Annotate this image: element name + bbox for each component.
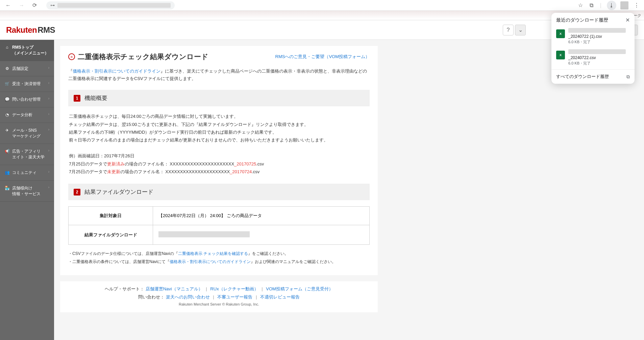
home-icon: ⌂	[5, 45, 9, 50]
chevron-right-icon: ›	[48, 128, 49, 131]
page-title-icon	[68, 53, 75, 60]
logo[interactable]: RakutenRMS	[6, 25, 55, 35]
chevron-right-icon: ›	[48, 81, 49, 85]
divider: |	[599, 1, 603, 10]
chevron-right-icon: ›	[48, 170, 49, 174]
url-redacted	[57, 3, 171, 8]
sidebar-item-community[interactable]: 👥 コミュニティ ›	[0, 165, 54, 181]
intro-text: 『価格表示・割引表示についてのガイドライン』に基づき、楽天にてチェックした商品ペ…	[68, 68, 370, 82]
site-info-icon[interactable]: ⊶	[50, 3, 55, 8]
app-header: RakutenRMS ? ⌄ ⌄	[0, 20, 644, 40]
close-icon[interactable]: ✕	[625, 17, 630, 23]
sidebar-item-label: 問い合わせ管理	[12, 97, 46, 102]
section-header-1: 1 機能概要	[68, 90, 370, 106]
footer-help-vom[interactable]: VOM投稿フォーム（ご意見受付）	[266, 286, 333, 291]
help-button[interactable]: ?	[503, 25, 514, 35]
external-link-icon: ⧉	[626, 74, 630, 80]
chevron-right-icon: ›	[48, 66, 49, 70]
downloads-icon[interactable]: ⭳	[607, 1, 616, 10]
downloads-popup-header: 最近のダウンロード履歴 ✕	[551, 13, 635, 27]
header-dropdown-button[interactable]: ⌄	[515, 25, 526, 35]
sidebar-item-marketing[interactable]: ✈ メール・SNS マーケティング ›	[0, 123, 54, 144]
sidebar-item-analytics[interactable]: ◔ データ分析 ›	[0, 107, 54, 123]
sidebar-item-top[interactable]: ⌂ RMSトップ （メインメニュー）	[0, 40, 54, 61]
section-number: 2	[74, 189, 80, 195]
download-link-redacted[interactable]	[158, 231, 250, 237]
section-header-2: 2 結果ファイルダウンロード	[68, 184, 370, 200]
browser-toolbar: ← → ⟳ ⊶ ☆ ⧉ | ⭳ ⋮	[0, 0, 644, 11]
chat-icon: 💬	[5, 97, 9, 102]
notes: ・CSVファイルのデータ仕様については、店舗運営Naviの『二重価格表示 チェッ…	[68, 250, 370, 266]
menu-icon[interactable]: ⋮	[633, 1, 641, 10]
download-meta: 6.0 KB・完了	[568, 40, 630, 45]
table-header-download: 結果ファイルダウンロード	[69, 225, 153, 245]
main-content: 二重価格表示チェック結果ダウンロード RMSへのご意見・ご要望（VOM投稿フォー…	[54, 40, 644, 340]
csv-spec-link[interactable]: 二重価格表示 チェック結果を確認する	[178, 251, 248, 256]
table-row: 結果ファイルダウンロード	[69, 225, 370, 245]
downloads-popup: 最近のダウンロード履歴 ✕ X _20240722 (1).csv 6.0 KB…	[551, 13, 635, 84]
table-row: 集計対象日 【2024年07月22日（月） 24:00】 ごろの商品データ	[69, 207, 370, 225]
download-item[interactable]: X _20240722 (1).csv 6.0 KB・完了	[551, 27, 635, 48]
content-card: 二重価格表示チェック結果ダウンロード RMSへのご意見・ご要望（VOM投稿フォー…	[60, 46, 378, 275]
footer-help-navi[interactable]: 店舗運営Navi（マニュアル）	[146, 286, 203, 291]
store-icon: 🏪	[5, 186, 9, 190]
sidebar-item-store-info[interactable]: 🏪 店舗様向け 情報・サービス ›	[0, 181, 54, 202]
sidebar-item-label: 受注・決済管理	[12, 81, 46, 87]
results-table: 集計対象日 【2024年07月22日（月） 24:00】 ごろの商品データ 結果…	[68, 206, 370, 245]
sidebar-item-orders[interactable]: 🛒 受注・決済管理 ›	[0, 76, 54, 92]
download-meta: 6.0 KB・完了	[568, 61, 630, 66]
cart-icon: 🛒	[5, 81, 9, 86]
bookmark-bar: ックマーク	[0, 11, 644, 20]
section-1-body: 二重価格表示チェックは、毎日24:00ごろの商品データ情報に対して実施しています…	[68, 112, 370, 176]
excel-file-icon: X	[556, 29, 565, 38]
guideline-link-2[interactable]: 価格表示・割引表示についてのガイドライン	[170, 259, 251, 264]
downloads-popup-title: 最近のダウンロード履歴	[556, 17, 625, 23]
sidebar-item-label: 店舗設定	[12, 66, 46, 72]
download-filename: _20240722.csv	[568, 55, 630, 60]
sidebar-item-advertising[interactable]: 📢 広告・アフィリ エイト・楽天大学 ›	[0, 144, 54, 165]
address-bar[interactable]: ⊶	[46, 1, 175, 9]
footer-report-user[interactable]: 不審ユーザー報告	[217, 294, 252, 299]
feedback-link[interactable]: RMSへのご意見・ご要望（VOM投稿フォーム）	[275, 54, 370, 60]
sidebar-item-label: メール・SNS マーケティング	[12, 128, 46, 139]
table-cell-date: 【2024年07月22日（月） 24:00】 ごろの商品データ	[153, 207, 370, 225]
footer-help-rux[interactable]: RUx（レクチャー動画）	[210, 286, 258, 291]
send-icon: ✈	[5, 128, 9, 133]
sidebar-item-inquiries[interactable]: 💬 問い合わせ管理 ›	[0, 92, 54, 107]
gear-icon: ⚙	[5, 66, 9, 71]
sidebar-item-label: 広告・アフィリ エイト・楽天大学	[12, 149, 46, 160]
reload-button[interactable]: ⟳	[30, 1, 39, 9]
sidebar-item-label: データ分析	[12, 112, 46, 118]
bookmark-star-icon[interactable]: ☆	[577, 1, 584, 10]
sidebar-item-label: コミュニティ	[12, 170, 46, 176]
footer-report-review[interactable]: 不適切レビュー報告	[260, 294, 300, 299]
section-number: 1	[74, 95, 80, 102]
forward-button[interactable]: →	[17, 2, 26, 9]
copyright: Rakuten Merchant Server © Rakuten Group,…	[68, 302, 370, 306]
chart-icon: ◔	[5, 112, 9, 117]
sidebar: ⌂ RMSトップ （メインメニュー） ⚙ 店舗設定 › 🛒 受注・決済管理 › …	[0, 40, 54, 340]
download-item[interactable]: X _20240722.csv 6.0 KB・完了	[551, 48, 635, 69]
megaphone-icon: 📢	[5, 149, 9, 154]
chevron-right-icon: ›	[48, 149, 49, 152]
page-title: 二重価格表示チェック結果ダウンロード	[78, 52, 208, 61]
footer-contact-rakuten[interactable]: 楽天へのお問い合わせ	[166, 294, 210, 299]
chevron-right-icon: ›	[48, 112, 49, 116]
download-filename: _20240722 (1).csv	[568, 34, 630, 39]
table-header-date: 集計対象日	[69, 207, 153, 225]
table-cell-download	[153, 225, 370, 245]
footer: ヘルプ・サポート： 店舗運営Navi（マニュアル） | RUx（レクチャー動画）…	[60, 281, 378, 312]
guideline-link[interactable]: 価格表示・割引表示についてのガイドライン	[73, 69, 160, 74]
users-icon: 👥	[5, 170, 9, 175]
sidebar-item-label: RMSトップ （メインメニュー）	[12, 45, 49, 56]
all-downloads-link: すべてのダウンロード履歴	[556, 74, 626, 80]
profile-avatar[interactable]	[620, 1, 628, 9]
downloads-popup-footer[interactable]: すべてのダウンロード履歴 ⧉	[551, 69, 635, 84]
excel-file-icon: X	[556, 51, 565, 59]
filename-redacted	[568, 28, 626, 33]
extensions-icon[interactable]: ⧉	[588, 1, 595, 10]
sidebar-item-store-settings[interactable]: ⚙ 店舗設定 ›	[0, 61, 54, 77]
back-button[interactable]: ←	[3, 2, 13, 9]
sidebar-item-label: 店舗様向け 情報・サービス	[12, 185, 46, 197]
filename-redacted	[568, 49, 626, 54]
